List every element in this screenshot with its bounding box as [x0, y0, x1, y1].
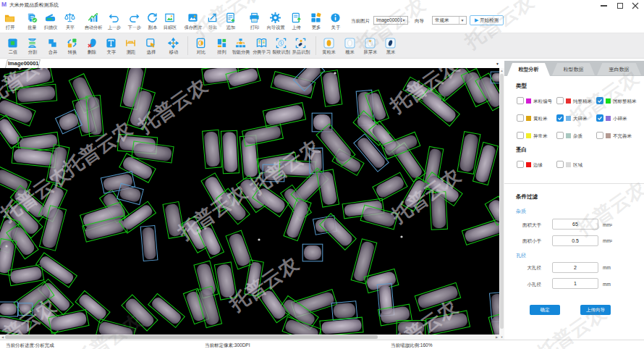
svg-text:MM: MM	[129, 41, 132, 43]
